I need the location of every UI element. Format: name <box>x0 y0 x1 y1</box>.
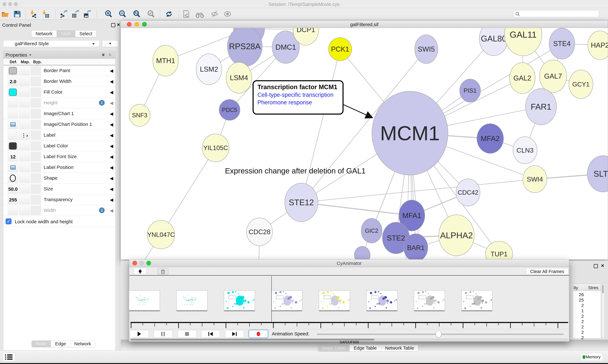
property-row[interactable]: 2.0 Border Width ◀ <box>3 76 115 87</box>
default-swatch[interactable] <box>9 142 17 150</box>
expand-row-icon[interactable]: ◀ <box>110 186 113 192</box>
canvas-text-annotation[interactable]: Expression change after deletion of GAL1 <box>225 167 366 175</box>
close-panel-icon[interactable]: × <box>117 23 120 26</box>
property-row[interactable]: 12 Label Font Size ◀ <box>3 151 115 162</box>
export-image-icon[interactable] <box>83 10 91 18</box>
property-row[interactable]: Label Color ◀ <box>3 141 115 151</box>
tab-network[interactable]: Network <box>31 30 56 37</box>
annotation-link[interactable]: Cell-type-specific transcription <box>257 91 343 98</box>
record-button[interactable] <box>249 330 268 338</box>
animation-frame-3[interactable] <box>224 290 255 310</box>
animation-frame-2[interactable] <box>176 290 207 310</box>
clear-all-frames-button[interactable]: Clear All Frames <box>526 268 568 275</box>
animation-frame-5[interactable] <box>319 290 350 310</box>
close-table-panel-icon[interactable]: × <box>601 263 604 268</box>
table-cell[interactable]: 1 <box>574 308 584 313</box>
cyanimator-titlebar[interactable]: CyAnimator <box>129 260 569 267</box>
next-frame-button[interactable] <box>225 330 244 338</box>
expand-row-icon[interactable]: ◀ <box>110 111 113 116</box>
open-session-icon[interactable] <box>1 10 9 18</box>
annotation-link[interactable]: Pheromone response <box>257 99 343 106</box>
table-cell[interactable]: 2 <box>574 335 584 340</box>
property-row[interactable]: Border Paint ◀ <box>3 65 115 76</box>
default-swatch[interactable] <box>9 67 17 74</box>
export-network-icon[interactable] <box>59 10 68 18</box>
memory-button[interactable]: Memory <box>580 353 603 361</box>
pause-button[interactable] <box>154 330 172 338</box>
animation-frame-7[interactable] <box>414 290 445 310</box>
position-icon[interactable] <box>11 165 15 170</box>
timeline-playhead[interactable] <box>271 276 272 322</box>
expand-row-icon[interactable]: ◀ <box>110 154 113 159</box>
table-cell[interactable]: 2 <box>574 303 584 308</box>
zoom-in-icon[interactable] <box>105 10 112 18</box>
default-swatch[interactable] <box>9 89 17 96</box>
first-neighbors-icon[interactable] <box>195 10 203 18</box>
property-row[interactable]: Image/Chart 1 ◀ <box>3 108 115 119</box>
animation-frame-4[interactable] <box>271 290 303 310</box>
import-table-icon[interactable] <box>41 10 49 18</box>
expand-row-icon[interactable]: ◀ <box>110 122 113 127</box>
table-cell[interactable]: 2 <box>574 319 584 324</box>
tab-style[interactable]: Style <box>56 30 75 37</box>
float-table-panel-icon[interactable] <box>594 264 598 268</box>
ellipse-shape-icon[interactable] <box>10 175 16 182</box>
network-node[interactable] <box>354 246 370 260</box>
table-cell[interactable]: 26 <box>574 292 584 297</box>
task-history-button[interactable] <box>2 353 15 361</box>
expand-row-icon[interactable]: ◀ <box>110 165 113 170</box>
previous-frame-button[interactable] <box>201 330 220 338</box>
position-icon[interactable] <box>11 122 15 127</box>
table-cell[interactable]: 25 <box>574 298 584 303</box>
property-row[interactable]: Widthi ◀ <box>3 205 115 216</box>
animation-frame-1[interactable] <box>129 290 160 310</box>
expand-row-icon[interactable]: ◀ <box>110 100 113 106</box>
table-scrollbar[interactable] <box>602 284 605 338</box>
add-frame-button[interactable] <box>134 268 147 275</box>
lock-size-checkbox[interactable]: ✓ <box>6 218 12 224</box>
info-icon[interactable]: i <box>99 100 105 106</box>
expand-all-icon[interactable]: » <box>101 53 107 56</box>
export-table-icon[interactable] <box>71 10 79 18</box>
collapse-all-icon[interactable]: « <box>107 53 113 56</box>
expand-row-icon[interactable]: ◀ <box>110 176 113 181</box>
delete-frame-button[interactable] <box>157 268 168 275</box>
show-all-icon[interactable] <box>223 10 232 18</box>
tab-select[interactable]: Select <box>75 30 97 37</box>
property-row[interactable]: Shape ◀ <box>3 173 115 183</box>
style-selector[interactable]: galFiltered Style▼ <box>3 40 99 47</box>
animation-speed-thumb[interactable] <box>436 330 442 338</box>
float-panel-icon[interactable] <box>111 23 115 27</box>
table-cell[interactable]: 2 <box>574 314 584 319</box>
table-cell[interactable]: 2 <box>574 325 584 329</box>
property-row[interactable]: 50.0 Size ◀ <box>3 183 115 194</box>
info-icon[interactable]: i <box>99 208 105 213</box>
play-button[interactable] <box>130 330 149 338</box>
table-cell[interactable]: 2 <box>574 330 584 335</box>
animation-frame-6[interactable] <box>366 290 397 310</box>
tab-node[interactable]: Node <box>32 341 51 347</box>
timeline-scrollbar[interactable] <box>130 338 568 341</box>
expand-row-icon[interactable]: ◀ <box>110 143 113 149</box>
import-network-icon[interactable] <box>29 10 37 18</box>
zoom-selected-icon[interactable] <box>147 10 155 18</box>
property-row[interactable]: Fill Color ◀ <box>3 87 115 98</box>
network-canvas[interactable]: RPS28ADMC1DCP1PCK1SWI5GAL80GAL11STE4HAP2… <box>121 28 608 260</box>
expand-row-icon[interactable]: ◀ <box>110 68 113 73</box>
expand-row-icon[interactable]: ◀ <box>110 208 113 213</box>
mapping-icon[interactable]: ⋮› <box>21 132 28 138</box>
node-table-header[interactable]: ity Stres <box>573 284 601 291</box>
hide-selected-icon[interactable] <box>211 10 219 18</box>
animation-frame-8[interactable] <box>461 290 492 310</box>
save-session-icon[interactable] <box>13 10 21 18</box>
open-in-browser-icon[interactable] <box>182 10 190 18</box>
expand-row-icon[interactable]: ◀ <box>110 79 113 84</box>
zoom-fit-icon[interactable] <box>133 10 141 18</box>
style-options-button[interactable]: ▼ <box>102 40 118 47</box>
expand-row-icon[interactable]: ◀ <box>110 90 113 95</box>
property-row[interactable]: 255 Transparency ◀ <box>3 194 115 205</box>
property-row[interactable]: Label Position ◀ <box>3 162 115 173</box>
tab-network[interactable]: Network <box>70 341 95 347</box>
tab-edge[interactable]: Edge <box>51 341 70 347</box>
refresh-icon[interactable] <box>165 10 173 18</box>
